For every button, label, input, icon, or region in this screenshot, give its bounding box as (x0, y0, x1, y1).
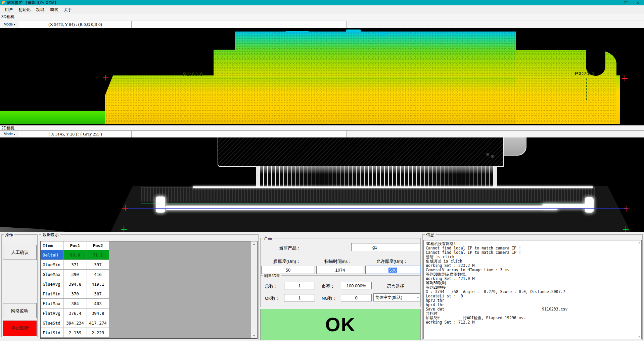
table-row[interactable]: FlatMax 384 403 (41, 299, 109, 308)
bottom-panel: 操作 人工确认 网络监听 停止监听 数据显示 Item Pos1 Pos2 De… (0, 232, 644, 341)
cell-pos2: 397 (87, 260, 109, 270)
camera2d-pixel-status: ( X 3145, Y 28 ) : ( Gray 255 ) (19, 131, 132, 138)
scan-time-field[interactable]: 1074 (316, 266, 364, 274)
cell-pos1: 371 (63, 260, 87, 270)
camera3d-toolbar-cell (132, 21, 148, 28)
glue-glow-blob-right (585, 197, 594, 213)
camera2d-toolbar-cell (148, 131, 347, 138)
cell-item: FlatMax (41, 299, 63, 308)
menu-item[interactable]: 用户 (4, 6, 14, 13)
pcb-board (218, 137, 504, 167)
scroll-up-icon[interactable]: ▲ (251, 242, 257, 245)
operations-group: 操作 人工确认 网络监听 停止监听 (1, 234, 38, 337)
stop-listen-button[interactable]: 停止监听 (3, 321, 37, 336)
language-select[interactable]: 简体中文(默认) ▾ (373, 293, 420, 301)
measurement-table[interactable]: Item Pos1 Pos2 DeltaH 63.8 71.1 Glue (40, 241, 258, 339)
pcb-pad (491, 155, 494, 158)
cell-pos1: 384 (63, 299, 87, 308)
table-row[interactable]: GlueMax 390 416 (41, 270, 109, 279)
cell-pos1: 390 (63, 270, 87, 279)
current-product-field[interactable]: g1 (351, 243, 420, 251)
table-row[interactable]: X 2583.5 7966.7 (41, 338, 109, 339)
camera3d-mode-dropdown[interactable]: Mode ▾ (0, 21, 19, 28)
close-icon[interactable]: ✕ (636, 0, 639, 5)
cell-pos2: 2.229 (87, 328, 109, 338)
table-row[interactable]: GlueAvg 394.8 419.1 (41, 279, 109, 289)
left-green-marker (121, 226, 127, 232)
log-line: Save dat 9110233.csv (426, 307, 641, 311)
application-window: 测高程序 【当前用户: OEM】 — ❐ ✕ 用户初始化功能调试关于 3D相机 … (0, 0, 644, 341)
data-display-group: 数据显示 Item Pos1 Pos2 DeltaH 63.8 71.1 (39, 234, 259, 340)
ng-count-field[interactable]: 0 (341, 294, 372, 301)
table-row[interactable]: GlueMin 371 397 (41, 260, 109, 270)
film-thickness-label: 膜厚度(Um)： (273, 259, 301, 265)
p2-measure-annotation: P2:71.1 (575, 70, 595, 76)
cell-pos2: 394.8 (87, 308, 109, 318)
log-line: hpr3 thr (426, 298, 641, 303)
scroll-up-icon[interactable]: ▲ (638, 241, 641, 244)
minimize-icon[interactable]: — (612, 0, 615, 5)
cell-item: FlatMin (41, 289, 63, 299)
green-reference-line (141, 203, 595, 204)
right-crosshair-marker (624, 206, 630, 212)
heightmap-noise-overlay (105, 31, 616, 124)
menu-item[interactable]: 关于 (63, 6, 73, 13)
cell-pos1: 2583.5 (63, 338, 87, 339)
table-header-row: Item Pos1 Pos2 (41, 241, 109, 250)
total-field[interactable]: 1 (284, 282, 315, 289)
camera3d-image-view[interactable]: P1:63.8 P2:71.1 (0, 28, 644, 126)
cell-item: GlueStd (41, 318, 63, 328)
mode-label: Mode (4, 132, 13, 136)
cell-pos2: 419.1 (87, 279, 109, 289)
ok-count-field[interactable]: 1 (284, 294, 315, 301)
blue-measure-line (125, 208, 628, 209)
glue-glow-blob-left (156, 196, 165, 213)
allow-thickness-field[interactable]: 500 (365, 266, 420, 274)
table-row[interactable]: DeltaH 63.8 71.1 (41, 250, 109, 260)
p1-crosshair-marker (103, 75, 108, 80)
menu-item[interactable]: 调试 (49, 6, 59, 13)
product-group: 产品 当前产品： g1 膜厚度(Um)： 扫描时间ms： 允许厚度(Um)： 5… (260, 238, 421, 275)
p1-measure-annotation: P1:63.8 (183, 71, 203, 77)
table-row[interactable]: FlatMin 370 387 (41, 289, 109, 299)
window-controls: — ❐ ✕ (612, 0, 644, 5)
heightmap-left-strip (0, 111, 105, 124)
scroll-down-icon[interactable]: ▼ (251, 334, 257, 337)
table-scrollbar[interactable]: ▲ ▼ (251, 241, 257, 338)
log-output[interactable]: ▲ ▼ 3D相机没有网络!Cannot find local IP to mat… (423, 240, 642, 339)
yield-field[interactable]: 100.000% (341, 282, 372, 289)
total-label: 总数： (265, 283, 278, 289)
cell-pos2: 417.274 (87, 318, 109, 328)
pcb-board-tab (504, 137, 526, 156)
cell-pos1: 63.8 (63, 250, 87, 260)
table-row[interactable]: FlatStd 2.139 2.229 (41, 328, 109, 338)
titlebar: 测高程序 【当前用户: OEM】 — ❐ ✕ (0, 0, 644, 5)
scan-time-label: 扫描时间ms： (324, 259, 352, 265)
chevron-down-icon: ▾ (417, 296, 419, 299)
manual-confirm-button[interactable]: 人工确认 (3, 245, 37, 260)
measure-result-group: 测量结果 总数： 1 良率： 100.000% 语言选择 OK数： 1 NG数：… (260, 275, 421, 307)
camera2d-toolbar: Mode ▾ ( X 3145, Y 28 ) : ( Gray 255 ) (0, 130, 644, 138)
cell-item: GlueAvg (41, 279, 63, 289)
language-select-label: 语言选择 (387, 283, 404, 289)
right-green-marker (623, 226, 629, 232)
log-line: 等到3D取到 (426, 281, 641, 285)
log-line: Cannot find local IP to match camera IP … (426, 250, 641, 255)
camera3d-toolbar-cell (148, 21, 347, 28)
menu-item[interactable]: 初始化 (17, 6, 32, 13)
network-listen-button[interactable]: 网络监听 (3, 303, 37, 318)
scroll-down-icon[interactable]: ▼ (638, 335, 641, 338)
col-header-pos2: Pos2 (87, 241, 109, 250)
restore-icon[interactable]: ❐ (624, 0, 628, 5)
table-row[interactable]: FlatAvg 376.4 394.8 (41, 308, 109, 318)
table-row[interactable]: GlueStd 394.234 417.274 (41, 318, 109, 328)
camera2d-image-view[interactable] (0, 137, 644, 232)
table-body: DeltaH 63.8 71.1 GlueMin 371 397 GlueMax (41, 250, 257, 339)
measure-result-group-label: 测量结果 (263, 273, 281, 279)
cell-pos1: 394.234 (63, 318, 87, 328)
result-status-panel: OK (260, 309, 421, 340)
cell-pos2: 7966.7 (87, 338, 109, 339)
camera2d-mode-dropdown[interactable]: Mode ▾ (0, 131, 19, 138)
operations-group-label: 操作 (4, 232, 14, 238)
menu-item[interactable]: 功能 (35, 6, 45, 13)
